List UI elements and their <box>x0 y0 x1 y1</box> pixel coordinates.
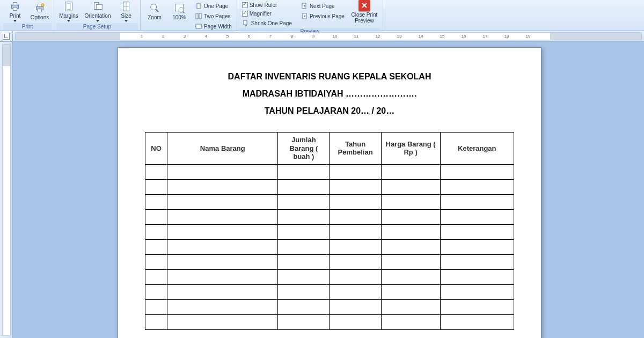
table-cell <box>381 209 440 224</box>
shrink-one-page-button[interactable]: Shrink One Page <box>239 18 295 28</box>
magnifier-checkbox[interactable]: Magnifier <box>239 10 295 18</box>
previous-page-button[interactable]: Previous Page <box>298 11 347 21</box>
page-width-icon <box>195 23 202 30</box>
printer-icon <box>9 1 21 12</box>
table-cell <box>145 269 167 284</box>
workarea: DAFTAR INVENTARIS RUANG KEPALA SEKOLAH M… <box>0 42 644 338</box>
margins-button[interactable]: Margins <box>56 0 81 23</box>
page: DAFTAR INVENTARIS RUANG KEPALA SEKOLAH M… <box>118 47 541 338</box>
col-no: NO <box>145 133 167 165</box>
table-cell <box>440 314 514 329</box>
table-cell <box>167 179 278 194</box>
table-cell <box>440 179 514 194</box>
table-cell <box>145 314 167 329</box>
shrink-page-icon <box>242 19 250 27</box>
table-cell <box>381 239 440 254</box>
table-cell <box>440 299 514 314</box>
table-cell <box>278 314 330 329</box>
size-button[interactable]: Size <box>114 0 138 23</box>
print-button[interactable]: Print <box>3 0 27 23</box>
table-cell <box>330 269 381 284</box>
svg-rect-19 <box>197 3 200 9</box>
table-cell <box>330 284 381 299</box>
svg-rect-5 <box>38 9 41 12</box>
zoom-100-label: 100% <box>172 14 186 20</box>
dropdown-arrow-icon <box>125 20 128 22</box>
table-cell <box>167 209 278 224</box>
table-cell <box>167 269 278 284</box>
ruler-number: 15 <box>440 34 445 39</box>
table-cell <box>330 224 381 239</box>
printer-options-icon <box>34 2 46 14</box>
table-cell <box>278 299 330 314</box>
table-cell <box>145 179 167 194</box>
table-cell <box>145 254 167 269</box>
ruler-number: 3 <box>184 34 186 39</box>
one-page-button[interactable]: One Page <box>192 1 235 11</box>
ruler-number: 7 <box>269 34 272 39</box>
svg-line-18 <box>182 11 184 13</box>
zoom-100-button[interactable]: 100% <box>167 0 191 23</box>
table-cell <box>167 164 278 179</box>
table-cell <box>440 209 514 224</box>
zoom-icon <box>149 2 160 14</box>
next-page-button[interactable]: Next Page <box>298 1 347 11</box>
show-ruler-checkbox[interactable]: Show Ruler <box>239 1 295 9</box>
svg-rect-21 <box>199 13 201 19</box>
table-cell <box>167 194 278 209</box>
table-cell <box>330 209 381 224</box>
next-page-label: Next Page <box>310 3 335 9</box>
table-cell <box>278 239 330 254</box>
table-cell <box>381 194 440 209</box>
document-canvas[interactable]: DAFTAR INVENTARIS RUANG KEPALA SEKOLAH M… <box>13 42 644 338</box>
table-row <box>145 269 514 284</box>
table-row <box>145 224 514 239</box>
table-cell <box>145 239 167 254</box>
magnifier-label: Magnifier <box>250 11 272 17</box>
ruler-number: 6 <box>248 34 250 39</box>
svg-rect-20 <box>196 13 198 19</box>
table-cell <box>440 194 514 209</box>
two-pages-label: Two Pages <box>204 13 230 19</box>
tab-stop-icon <box>3 33 10 40</box>
options-button[interactable]: Options <box>28 0 52 23</box>
table-cell <box>330 299 381 314</box>
table-row <box>145 179 514 194</box>
table-cell <box>145 224 167 239</box>
print-label: Print <box>10 13 21 19</box>
vertical-ruler[interactable] <box>2 44 11 336</box>
show-ruler-label: Show Ruler <box>250 2 277 8</box>
doc-title-3: TAHUN PELAJARAN 20… / 20… <box>145 106 514 116</box>
checkbox-checked-icon <box>242 2 248 8</box>
close-print-preview-button[interactable]: Close Print Preview <box>348 0 380 23</box>
table-cell <box>330 314 381 329</box>
one-page-label: One Page <box>204 3 228 9</box>
two-pages-button[interactable]: Two Pages <box>192 11 235 21</box>
table-header-row: NO Nama Barang Jumlah Barang ( buah ) Ta… <box>145 133 514 165</box>
horizontal-ruler[interactable]: 12345678910111213141516171819 <box>15 32 642 40</box>
doc-title-2: MADRASAH IBTIDAIYAH ……………………. <box>145 89 514 99</box>
margins-icon <box>63 1 75 12</box>
col-jumlah: Jumlah Barang ( buah ) <box>278 133 330 165</box>
table-cell <box>440 254 514 269</box>
group-print: Print Options Print <box>1 0 54 31</box>
ruler-number: 5 <box>226 34 229 39</box>
table-cell <box>278 224 330 239</box>
table-cell <box>145 194 167 209</box>
ruler-number: 16 <box>462 34 466 39</box>
page-width-button[interactable]: Page Width <box>192 21 235 31</box>
zoom-button[interactable]: Zoom <box>143 0 166 23</box>
two-pages-icon <box>195 12 202 20</box>
ruler-number: 10 <box>333 34 338 39</box>
table-cell <box>381 284 440 299</box>
orientation-button[interactable]: Orientation <box>82 0 113 23</box>
ruler-number: 4 <box>205 34 207 39</box>
table-row <box>145 299 514 314</box>
svg-rect-10 <box>96 4 102 9</box>
zoom-label: Zoom <box>148 14 162 20</box>
tab-selector[interactable] <box>0 31 13 41</box>
table-cell <box>278 164 330 179</box>
ruler-number: 13 <box>397 34 402 39</box>
svg-rect-2 <box>13 8 17 11</box>
table-cell <box>381 164 440 179</box>
